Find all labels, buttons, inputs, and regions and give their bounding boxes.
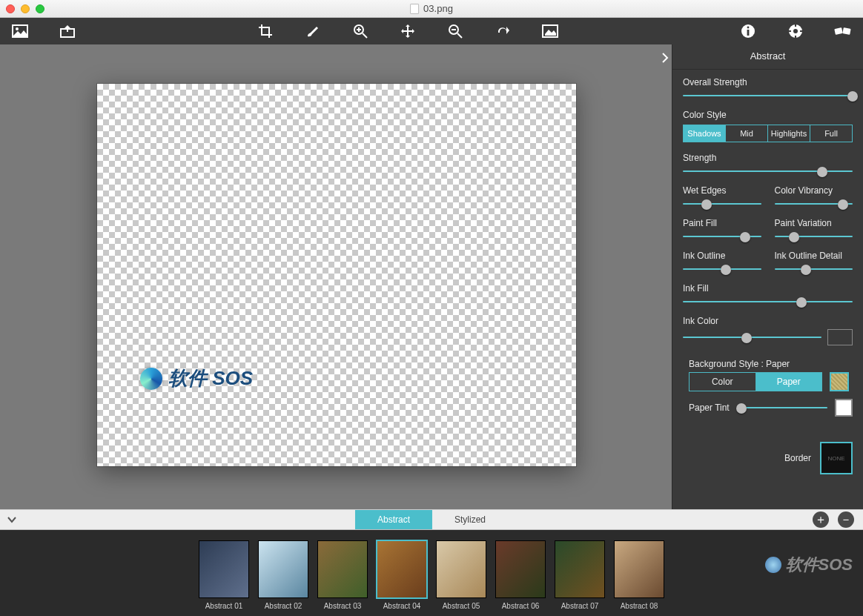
fit-image-button[interactable] <box>540 21 560 41</box>
background-style-paper[interactable]: Paper <box>756 373 822 391</box>
border-picker[interactable]: NONE <box>820 442 853 474</box>
paint-variation-slider[interactable] <box>775 231 853 242</box>
preset-label: Abstract 04 <box>383 602 421 610</box>
color-vibrancy-slider[interactable] <box>775 199 853 209</box>
info-button[interactable] <box>738 21 758 41</box>
ink-fill-slider[interactable] <box>683 297 853 307</box>
preset-thumbnail <box>615 541 664 597</box>
preset-item[interactable]: Abstract 01 <box>199 541 248 610</box>
overall-strength-slider[interactable] <box>683 90 853 101</box>
color-style-full[interactable]: Full <box>810 125 852 142</box>
svg-point-14 <box>793 29 798 33</box>
color-style-segmented[interactable]: Shadows Mid Highlights Full <box>683 125 853 142</box>
crop-button[interactable] <box>256 21 275 41</box>
preset-label: Abstract 07 <box>561 602 599 610</box>
svg-point-1 <box>16 27 19 30</box>
preset-label: Abstract 01 <box>205 602 243 610</box>
color-style-shadows[interactable]: Shadows <box>684 125 726 142</box>
svg-rect-18 <box>800 30 802 32</box>
preset-item[interactable]: Abstract 02 <box>259 541 308 610</box>
preset-label: Abstract 02 <box>265 602 302 610</box>
export-image-button[interactable] <box>58 21 77 41</box>
redo-button[interactable] <box>493 21 512 41</box>
svg-rect-15 <box>795 24 796 27</box>
canvas-watermark: 软件 SOS <box>140 365 253 391</box>
preset-label: Abstract 05 <box>443 602 480 610</box>
ink-outline-detail-control: Ink Outline Detail <box>775 251 853 274</box>
preset-thumbnail <box>496 541 545 597</box>
file-icon <box>410 4 419 14</box>
ink-fill-control: Ink Fill <box>683 283 853 307</box>
preset-item[interactable]: Abstract 08 <box>615 541 664 610</box>
main-toolbar <box>0 18 863 44</box>
preset-thumbnail <box>377 541 426 597</box>
paper-texture-swatch[interactable] <box>830 372 849 391</box>
svg-rect-12 <box>747 30 750 36</box>
zoom-out-button[interactable] <box>446 21 465 41</box>
window-title: 03.png <box>410 3 453 14</box>
window-controls <box>6 4 44 13</box>
pan-button[interactable] <box>398 21 417 41</box>
ink-outline-detail-slider[interactable] <box>775 264 853 274</box>
tab-stylized[interactable]: Stylized <box>432 510 508 529</box>
ink-outline-control: Ink Outline <box>683 251 761 274</box>
ink-outline-slider[interactable] <box>683 264 761 274</box>
ink-color-slider[interactable] <box>683 332 821 342</box>
zoom-in-button[interactable] <box>351 21 370 41</box>
overall-strength-control: Overall Strength <box>683 77 853 101</box>
settings-button[interactable] <box>786 21 805 41</box>
ink-color-swatch[interactable] <box>827 329 853 345</box>
collapse-panel-button[interactable] <box>658 49 672 67</box>
preset-item[interactable]: Abstract 04 <box>377 541 426 610</box>
strength-control: Strength <box>683 153 853 176</box>
paint-fill-slider[interactable] <box>683 231 761 242</box>
preset-category-bar: Abstract Stylized ＋ － <box>0 509 863 530</box>
preset-thumbnail <box>259 541 308 597</box>
background-style-color[interactable]: Color <box>690 373 756 391</box>
preset-label: Abstract 03 <box>324 602 362 610</box>
tab-abstract[interactable]: Abstract <box>355 510 432 529</box>
color-style-mid[interactable]: Mid <box>726 125 768 142</box>
preset-item[interactable]: Abstract 03 <box>318 541 367 610</box>
paint-fill-control: Paint Fill <box>683 218 761 242</box>
paper-tint-slider[interactable] <box>737 403 827 413</box>
add-preset-button[interactable]: ＋ <box>813 511 829 528</box>
watermark-icon <box>140 368 162 390</box>
effects-button[interactable] <box>833 21 853 41</box>
preset-strip: Abstract 01Abstract 02Abstract 03Abstrac… <box>0 530 863 616</box>
wet-edges-slider[interactable] <box>683 199 761 209</box>
paper-tint-swatch[interactable] <box>835 399 853 417</box>
color-style-highlights[interactable]: Highlights <box>768 125 810 142</box>
ink-color-control: Ink Color <box>683 316 853 345</box>
svg-line-3 <box>363 33 367 38</box>
strength-slider[interactable] <box>683 166 853 176</box>
svg-line-7 <box>457 33 462 38</box>
preset-label: Abstract 08 <box>621 602 658 610</box>
background-style-segmented[interactable]: Color Paper <box>689 372 822 391</box>
preset-item[interactable]: Abstract 07 <box>555 541 604 610</box>
remove-preset-button[interactable]: － <box>838 511 854 528</box>
wet-edges-control: Wet Edges <box>683 185 761 209</box>
svg-rect-17 <box>789 30 791 32</box>
svg-rect-19 <box>834 27 842 35</box>
panel-title: Abstract <box>672 44 863 70</box>
category-dropdown-button[interactable] <box>0 514 24 526</box>
svg-rect-16 <box>795 36 796 38</box>
image-canvas[interactable]: 软件 SOS <box>97 84 576 466</box>
brush-button[interactable] <box>303 21 323 41</box>
preset-item[interactable]: Abstract 05 <box>437 541 486 610</box>
open-image-button[interactable] <box>10 21 30 41</box>
preset-thumbnail <box>437 541 486 597</box>
preset-thumbnail <box>318 541 367 597</box>
canvas-pane: 软件 SOS <box>0 44 672 509</box>
preset-item[interactable]: Abstract 06 <box>496 541 545 610</box>
window-filename: 03.png <box>423 3 453 14</box>
close-window-button[interactable] <box>6 4 15 13</box>
svg-point-11 <box>747 27 750 29</box>
titlebar: 03.png <box>0 0 863 18</box>
minimize-window-button[interactable] <box>21 4 30 13</box>
properties-panel: Abstract Overall Strength Color Style Sh… <box>672 44 863 509</box>
preset-label: Abstract 06 <box>502 602 540 610</box>
maximize-window-button[interactable] <box>36 4 44 13</box>
color-vibrancy-control: Color Vibrancy <box>775 185 853 209</box>
